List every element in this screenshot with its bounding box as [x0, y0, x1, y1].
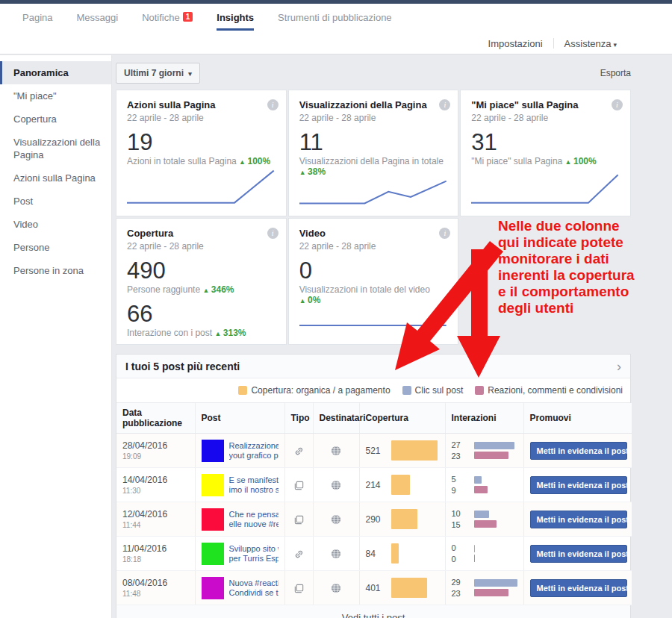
legend-label: Reazioni, commenti e condivisioni: [488, 385, 623, 396]
table-row: 14/04/2016 11:30 E se manifestass imo il…: [116, 468, 632, 502]
post-time: 18:18: [122, 555, 189, 564]
see-all-posts-link[interactable]: Vedi tutti i post: [116, 605, 630, 618]
sidebar-item[interactable]: Post: [0, 190, 111, 213]
legend-swatch-icon: [238, 386, 247, 395]
help-menu[interactable]: Assistenza▾: [554, 38, 627, 49]
legend-swatch-icon: [402, 386, 411, 395]
date-range-button[interactable]: Ultimi 7 giorni ▾: [116, 63, 200, 84]
sidebar-item[interactable]: Persone: [0, 236, 111, 259]
post-title-line2: imo il nostro stup: [229, 485, 279, 494]
metric-delta: 0%: [308, 295, 320, 305]
post-date: 12/04/2016: [122, 509, 189, 519]
post-date: 14/04/2016: [122, 475, 189, 485]
metric-delta: 100%: [248, 156, 271, 166]
post-title-link[interactable]: Che ne pensate d elle nuove #reacti: [229, 510, 279, 529]
post-thumbnail[interactable]: [202, 474, 224, 496]
nav-item[interactable]: Strumenti di pubblicazione: [278, 7, 391, 31]
reactions-bar: [474, 452, 508, 459]
metric-label: Visualizzazioni in totale del video: [299, 284, 430, 295]
metric-value: 0: [299, 259, 448, 283]
reactions-bar: [474, 520, 497, 528]
info-icon[interactable]: i: [439, 228, 450, 239]
delta-up-icon: ▲: [239, 158, 247, 166]
post-thumbnail[interactable]: [202, 440, 224, 462]
post-thumbnail[interactable]: [202, 543, 224, 565]
delta-up-icon: ▲: [565, 158, 573, 166]
post-title-line2: yout grafico per il: [229, 451, 279, 460]
metric-label: Azioni in totale sulla Pagina: [127, 156, 239, 166]
metric-delta: 313%: [223, 328, 246, 338]
reach-value: 84: [366, 549, 385, 559]
table-row: 11/04/2016 18:18 Sviluppo sito web per T…: [116, 537, 632, 571]
promote-post-button[interactable]: Metti in evidenza il post: [530, 476, 627, 494]
globe-icon: [331, 547, 341, 560]
post-title-link[interactable]: Sviluppo sito web per Turris Espans: [229, 544, 279, 564]
promote-post-button[interactable]: Metti in evidenza il post: [530, 579, 627, 597]
reactions-bar: [474, 555, 475, 562]
photo-icon: [293, 513, 305, 525]
post-thumbnail[interactable]: [202, 577, 224, 599]
col-header: Destinatari: [313, 403, 359, 434]
promote-post-button[interactable]: Metti in evidenza il post: [530, 545, 627, 563]
post-title-link[interactable]: Realizzazione La yout grafico per il: [229, 441, 279, 461]
legend-swatch-icon: [475, 386, 484, 395]
metric-value: 31: [471, 131, 620, 154]
card-metric: 0 Visualizzazioni in totale del video ▲ …: [299, 259, 448, 305]
sidebar-item[interactable]: Persone in zona: [0, 259, 111, 282]
sidebar-item[interactable]: Azioni sulla Pagina: [0, 166, 111, 190]
card-sparkline: [127, 166, 276, 210]
link-icon: [293, 547, 305, 560]
card-period: 22 aprile - 28 aprile: [127, 241, 276, 252]
card-title: Copertura: [127, 228, 276, 239]
export-button[interactable]: Esporta: [600, 68, 631, 78]
stat-card: Video 22 aprile - 28 aprile i 0 Visualiz…: [288, 218, 459, 345]
post-thumbnail[interactable]: [202, 508, 224, 531]
post-title-link[interactable]: Nuova #reactions Condividi se ti pi: [229, 578, 279, 598]
post-title-link[interactable]: E se manifestass imo il nostro stup: [229, 475, 279, 495]
card-metric: 19 Azioni in totale sulla Pagina ▲ 100%: [127, 131, 276, 166]
sidebar-item[interactable]: Panoramica: [0, 61, 111, 84]
card-title: "Mi piace" sulla Pagina: [471, 99, 620, 110]
sidebar-item[interactable]: Copertura: [0, 107, 111, 131]
stat-card: "Mi piace" sulla Pagina 22 aprile - 28 a…: [460, 90, 631, 216]
card-metrics: 11 Visualizzazioni della Pagina in total…: [299, 123, 448, 177]
post-title-line1: Sviluppo sito web: [229, 544, 279, 553]
reach-value: 290: [366, 514, 385, 525]
chevron-down-icon: ▾: [613, 41, 617, 49]
info-icon[interactable]: i: [267, 228, 279, 239]
settings-link[interactable]: Impostazioni: [478, 38, 553, 49]
card-title: Visualizzazioni della Pagina: [299, 99, 448, 110]
reach-value: 214: [366, 480, 385, 490]
info-icon[interactable]: i: [612, 99, 623, 110]
clicks-value: 5: [452, 475, 465, 484]
sidebar-item[interactable]: Video: [0, 213, 111, 236]
chevron-down-icon: ▾: [188, 70, 192, 78]
sidebar-item[interactable]: Visualizzazioni della Pagina: [0, 131, 111, 166]
post-date: 08/04/2016: [122, 578, 189, 588]
post-title-line2: per Turris Espans: [229, 554, 279, 563]
clicks-value: 27: [452, 440, 465, 449]
table-header-row: Data pubblicazione Post Tipo Destinatari…: [116, 403, 632, 434]
sidebar-item[interactable]: "Mi piace": [0, 84, 111, 107]
post-date: 28/04/2016: [122, 440, 189, 451]
globe-icon: [331, 513, 341, 525]
promote-post-button[interactable]: Metti in evidenza il post: [530, 442, 627, 460]
sidebar: Panoramica"Mi piace"CoperturaVisualizzaz…: [0, 55, 112, 618]
toolbar: Ultimi 7 giorni ▾ Esporta: [116, 63, 631, 84]
delta-up-icon: ▲: [214, 330, 223, 337]
col-header: Tipo: [284, 403, 313, 434]
delta-up-icon: ▲: [202, 287, 211, 294]
post-title-line1: Che ne pensate d: [229, 510, 279, 519]
reach-bar: [391, 440, 438, 461]
nav-item[interactable]: Insights: [217, 7, 254, 31]
info-icon[interactable]: i: [267, 99, 279, 110]
metric-delta: 346%: [211, 284, 234, 295]
info-icon[interactable]: i: [439, 99, 450, 110]
chevron-right-icon[interactable]: ›: [617, 360, 621, 373]
card-metrics: 490 Persone raggiunte ▲ 346% 66 Interazi…: [127, 252, 276, 338]
nav-item[interactable]: Notifiche1: [142, 7, 193, 31]
reactions-value: 0: [452, 555, 465, 564]
nav-item[interactable]: Messaggi: [76, 7, 118, 31]
promote-post-button[interactable]: Metti in evidenza il post: [530, 511, 627, 528]
nav-item[interactable]: Pagina: [22, 7, 52, 31]
